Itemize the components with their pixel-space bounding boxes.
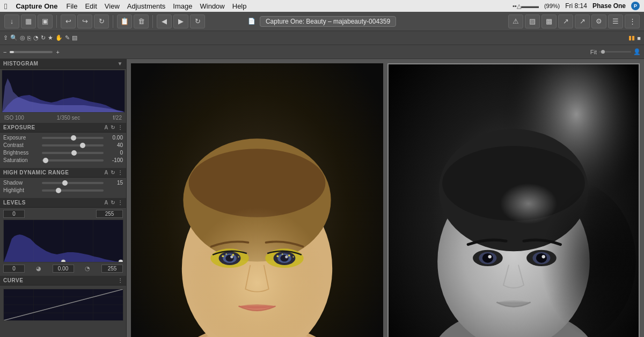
- rotate-tool-icon[interactable]: ↻: [41, 34, 46, 41]
- brush-icon[interactable]: ✋: [55, 34, 63, 41]
- hdr-header[interactable]: HIGH DYNAMIC RANGE A ↻ ⋮: [0, 168, 126, 178]
- menu-help[interactable]: Help: [232, 2, 247, 10]
- levels-min-input[interactable]: [3, 210, 25, 218]
- highlight-slider-track[interactable]: [42, 189, 104, 192]
- export-btn[interactable]: ↗: [558, 14, 573, 28]
- levels-reset-icon[interactable]: ↻: [111, 200, 115, 206]
- search-icon[interactable]: 🔍: [10, 34, 18, 41]
- next-btn[interactable]: ▶: [173, 14, 188, 28]
- sidebar: HISTOGRAM ▼: [0, 59, 127, 337]
- settings-btn[interactable]: ⚙: [591, 14, 606, 28]
- bw-portrait-svg: [389, 64, 639, 337]
- shadow-slider-track[interactable]: [42, 182, 104, 184]
- levels-output-val[interactable]: [53, 265, 74, 273]
- menubar-right: ▪▪△▬▬▬ (99%) Fri 8:14 Phase One P: [513, 2, 640, 10]
- menu-image[interactable]: Image: [173, 2, 192, 10]
- menu-view[interactable]: View: [105, 2, 120, 10]
- lasso-icon[interactable]: ◎: [20, 34, 25, 41]
- saturation-slider-thumb[interactable]: [43, 158, 48, 163]
- svg-point-39: [238, 256, 239, 258]
- levels-auto-icon[interactable]: A: [104, 200, 108, 206]
- import-btn[interactable]: ↓: [4, 14, 19, 28]
- levels-header[interactable]: LEVELS A ↻ ⋮: [0, 198, 126, 208]
- warning-btn[interactable]: ⚠: [508, 14, 523, 28]
- exposure-slider-thumb[interactable]: [71, 135, 76, 141]
- levels-max-input[interactable]: [96, 210, 123, 218]
- avatar-icon[interactable]: 👤: [633, 48, 641, 55]
- redo-btn[interactable]: ↪: [77, 14, 92, 28]
- contrast-slider-thumb[interactable]: [80, 143, 85, 148]
- brightness-slider-track[interactable]: [42, 152, 104, 154]
- exposure-reset-icon[interactable]: ↻: [111, 124, 115, 130]
- reset-btn[interactable]: ↻: [94, 14, 109, 28]
- bw-photo-img: [389, 64, 639, 337]
- exposure-slider-track[interactable]: [42, 137, 104, 139]
- histogram-panel: HISTOGRAM ▼: [0, 59, 126, 123]
- trash-btn[interactable]: 🗑: [134, 14, 149, 28]
- menu-adjustments[interactable]: Adjustments: [127, 2, 166, 10]
- exposure-value: 0.00: [106, 135, 123, 141]
- more-btn[interactable]: ⋮: [625, 14, 640, 28]
- iso-label: ISO 100: [4, 115, 24, 121]
- exposure-body: Exposure 0.00 Contrast 40: [0, 133, 126, 168]
- brightness-slider-thumb[interactable]: [71, 150, 77, 156]
- hdr-header-icons: A ↻ ⋮: [104, 170, 123, 175]
- cursor-icon[interactable]: ⇪: [3, 34, 8, 41]
- contrast-value: 40: [106, 142, 123, 148]
- color-photo-container: ISO 100 1/350 sec f/22 majabeauty-004359…: [131, 63, 383, 337]
- adjust-icon[interactable]: ★: [48, 34, 53, 41]
- prev-btn[interactable]: ◀: [157, 14, 172, 28]
- fit-label: Fit: [590, 49, 597, 55]
- shadow-slider-thumb[interactable]: [62, 180, 68, 186]
- menu-edit[interactable]: Edit: [85, 2, 97, 10]
- rotate-btn[interactable]: ↻: [190, 14, 205, 28]
- saturation-slider-track[interactable]: [42, 159, 104, 162]
- hdr-more-icon[interactable]: ⋮: [118, 170, 123, 175]
- black-point-eyedropper[interactable]: ◕: [36, 265, 41, 272]
- shadow-value: 15: [106, 180, 123, 186]
- apple-menu[interactable]: : [4, 2, 7, 11]
- hdr-body: Shadow 15 Highlight: [0, 178, 126, 198]
- copy-btn[interactable]: 📋: [117, 14, 132, 28]
- viewer-btn[interactable]: ▣: [38, 14, 53, 28]
- curve-canvas: [3, 289, 123, 321]
- overlay-icon[interactable]: ▤: [72, 34, 77, 41]
- browser-btn[interactable]: ▦: [21, 14, 36, 28]
- white-point-eyedropper[interactable]: ◔: [85, 265, 90, 272]
- exposure-auto-icon[interactable]: A: [104, 124, 108, 130]
- crop-icon[interactable]: ⎘: [27, 35, 31, 41]
- tool2-btn[interactable]: ▩: [541, 14, 557, 28]
- histogram-header[interactable]: HISTOGRAM ▼: [0, 59, 126, 69]
- layout-btn[interactable]: ☰: [608, 14, 623, 28]
- hdr-panel: HIGH DYNAMIC RANGE A ↻ ⋮ Shadow: [0, 168, 126, 198]
- zoom-out-btn[interactable]: −: [3, 49, 6, 55]
- levels-svg: [4, 220, 123, 262]
- levels-more-icon[interactable]: ⋮: [118, 200, 123, 206]
- levels-output-max[interactable]: [101, 265, 123, 273]
- pen-icon[interactable]: ✎: [65, 34, 70, 41]
- system-status-icons: ▪▪△▬▬▬: [513, 3, 539, 10]
- curve-header[interactable]: CURVE ⋮: [0, 276, 126, 285]
- grid-view-btn[interactable]: ▮▮: [628, 34, 635, 41]
- menu-file[interactable]: File: [67, 2, 78, 10]
- histogram-expand-icon[interactable]: ▼: [118, 61, 123, 67]
- exposure-more-icon[interactable]: ⋮: [118, 124, 123, 130]
- tool1-btn[interactable]: ▨: [525, 14, 540, 28]
- list-view-btn[interactable]: ■: [637, 35, 641, 41]
- sep2: [113, 15, 113, 28]
- viewbar: − + Fit 👤: [0, 45, 644, 59]
- zoom-in-btn[interactable]: +: [56, 49, 59, 55]
- eyedropper-icon[interactable]: ◔: [33, 34, 39, 41]
- contrast-slider-track[interactable]: [42, 144, 104, 146]
- viewbar-right: Fit 👤: [590, 48, 641, 55]
- hdr-reset-icon[interactable]: ↻: [111, 170, 115, 175]
- export2-btn[interactable]: ↗: [575, 14, 590, 28]
- exposure-header[interactable]: EXPOSURE A ↻ ⋮: [0, 123, 126, 133]
- curve-more-icon[interactable]: ⋮: [118, 277, 123, 283]
- menu-window[interactable]: Window: [200, 2, 225, 10]
- highlight-slider-thumb[interactable]: [56, 188, 61, 193]
- menu-items: File Edit View Adjustments Image Window …: [67, 2, 247, 10]
- hdr-auto-icon[interactable]: A: [104, 170, 108, 175]
- levels-output-min[interactable]: [3, 265, 25, 273]
- undo-btn[interactable]: ↩: [61, 14, 76, 28]
